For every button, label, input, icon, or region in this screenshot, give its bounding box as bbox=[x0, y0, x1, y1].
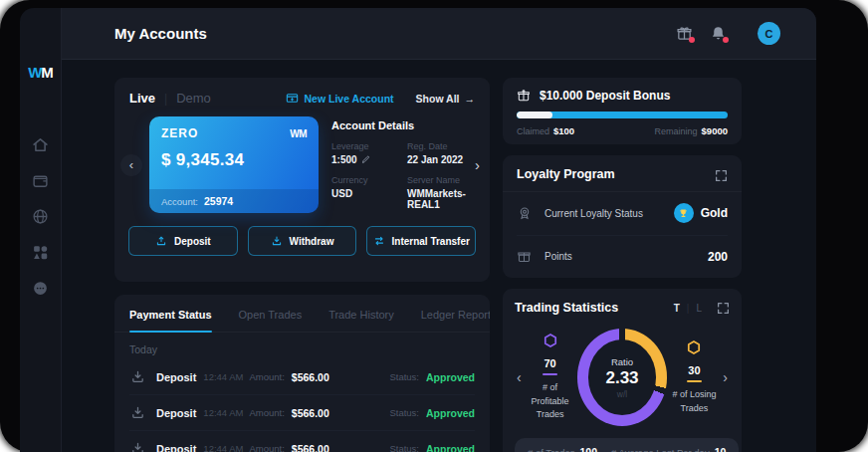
payment-time: 12:44 AM bbox=[203, 407, 243, 418]
page-title: My Accounts bbox=[114, 25, 207, 42]
remaining-label: Remaining bbox=[655, 126, 698, 136]
deposit-button[interactable]: Deposit bbox=[128, 226, 238, 256]
deposit-row-icon bbox=[129, 368, 146, 385]
profitable-trades-caption: # of Profitable Trades bbox=[524, 381, 577, 423]
account-card[interactable]: ZERO WM $ 9,345.34 Account: 25974 bbox=[149, 116, 319, 213]
sidebar: WM bbox=[20, 8, 62, 452]
ratio-value: 2.33 bbox=[605, 368, 638, 388]
hexagon-purple-icon bbox=[542, 335, 558, 351]
apps-icon[interactable] bbox=[32, 244, 49, 261]
losing-trades-stat: 30 # of Losing Trades bbox=[667, 339, 721, 416]
currency-field: Currency USD bbox=[331, 175, 393, 210]
gold-badge-icon bbox=[674, 203, 694, 223]
deposit-label: Deposit bbox=[174, 236, 211, 247]
reg-date-field: Reg. Date 22 Jan 2022 bbox=[407, 141, 471, 165]
gift-icon bbox=[517, 249, 533, 265]
accounts-panel: Live | Demo New Live Account Show All → … bbox=[114, 78, 490, 282]
loyalty-points-row: Points 200 bbox=[503, 236, 742, 279]
more-icon[interactable] bbox=[32, 280, 49, 297]
deposit-icon bbox=[155, 235, 167, 247]
toggle-divider: | bbox=[687, 303, 690, 314]
tab-ledger-report[interactable]: Ledger Report bbox=[421, 309, 490, 332]
tab-open-trades[interactable]: Open Trades bbox=[239, 309, 303, 332]
stats-next-button[interactable]: › bbox=[721, 369, 730, 385]
show-all-label: Show All bbox=[416, 93, 460, 105]
reg-date-value: 22 Jan 2022 bbox=[407, 154, 463, 165]
expand-icon[interactable] bbox=[717, 302, 730, 315]
payment-time: 12:44 AM bbox=[203, 443, 243, 452]
server-value: WMMarkets-REAL1 bbox=[407, 188, 471, 210]
payment-row: Deposit 12:44 AM Amount: $566.00 Status:… bbox=[114, 395, 490, 430]
tab-live[interactable]: Live bbox=[129, 91, 155, 106]
winloss-donut: Ratio 2.33 w/l bbox=[577, 329, 668, 426]
payment-tabs: Payment Status Open Trades Trade History… bbox=[114, 295, 490, 333]
group-label-today: Today bbox=[114, 333, 490, 359]
loyalty-panel: Loyalty Program Current Loyalty Status G… bbox=[503, 155, 742, 278]
medal-icon bbox=[517, 205, 533, 221]
accounts-panel-header: Live | Demo New Live Account Show All → bbox=[114, 78, 490, 114]
payment-type: Deposit bbox=[156, 407, 196, 419]
payment-type: Deposit bbox=[156, 443, 196, 452]
stats-prev-button[interactable]: ‹ bbox=[515, 369, 524, 385]
tab-payment-status[interactable]: Payment Status bbox=[129, 309, 212, 332]
stat-underline bbox=[687, 380, 702, 382]
reg-date-label: Reg. Date bbox=[407, 141, 471, 151]
amount-label: Amount: bbox=[249, 371, 284, 382]
trades-count-group: # of Trades100 bbox=[528, 446, 597, 452]
stats-footer-pill: # of Trades100 # Average Lost Per day10 bbox=[515, 438, 739, 452]
user-avatar[interactable]: C bbox=[758, 22, 780, 45]
trades-count-label: # of Trades bbox=[528, 447, 575, 452]
tab-trade-history[interactable]: Trade History bbox=[328, 309, 394, 332]
card-account-number: 25974 bbox=[204, 195, 233, 207]
arrow-right-icon: → bbox=[465, 93, 476, 105]
status-badge: Approved bbox=[426, 443, 475, 452]
brand-logo: WM bbox=[28, 64, 53, 81]
withdraw-button[interactable]: Withdraw bbox=[248, 226, 357, 256]
tab-demo[interactable]: Demo bbox=[176, 91, 211, 106]
expand-icon[interactable] bbox=[715, 168, 728, 181]
claimed-value: $100 bbox=[553, 125, 574, 136]
wallet-icon[interactable] bbox=[32, 172, 49, 189]
hexagon-yellow-icon bbox=[686, 341, 702, 358]
payment-type: Deposit bbox=[156, 371, 196, 383]
gift-icon bbox=[517, 89, 531, 103]
account-actions: Deposit Withdraw Internal Transfer bbox=[114, 213, 490, 256]
globe-icon[interactable] bbox=[32, 208, 49, 225]
deposit-bonus-panel: $10.000 Deposit Bonus Claimed$100 Remain… bbox=[503, 78, 742, 144]
amount-label: Amount: bbox=[249, 407, 284, 418]
server-field: Server Name WMMarkets-REAL1 bbox=[407, 175, 471, 210]
status-label: Status: bbox=[389, 371, 419, 382]
bell-notification-dot bbox=[723, 37, 729, 43]
new-live-account-button[interactable]: New Live Account bbox=[286, 92, 394, 105]
loyalty-status-value: Gold bbox=[701, 206, 728, 220]
home-icon[interactable] bbox=[32, 136, 49, 153]
bonus-progress-claimed bbox=[517, 112, 552, 118]
currency-value: USD bbox=[331, 188, 352, 199]
card-next-button[interactable]: › bbox=[475, 156, 480, 173]
points-value: 200 bbox=[708, 250, 728, 264]
show-all-button[interactable]: Show All → bbox=[416, 93, 475, 105]
bonus-title: $10.000 Deposit Bonus bbox=[540, 89, 670, 103]
trading-stats-panel: Trading Statistics T | L ‹ 70 # of Profi bbox=[503, 289, 742, 452]
new-live-account-label: New Live Account bbox=[305, 93, 394, 105]
toggle-trades[interactable]: T bbox=[674, 303, 680, 314]
toggle-lots[interactable]: L bbox=[696, 303, 702, 314]
transfer-icon bbox=[373, 235, 385, 247]
bell-icon[interactable] bbox=[710, 25, 727, 42]
account-details-title: Account Details bbox=[331, 119, 471, 131]
profitable-trades-stat: 70 # of Profitable Trades bbox=[524, 333, 577, 423]
edit-leverage-icon[interactable] bbox=[361, 155, 370, 164]
card-account-label: Account: bbox=[161, 196, 198, 207]
payment-row: Deposit 12:44 AM Amount: $566.00 Status:… bbox=[114, 431, 490, 452]
ratio-sub: w/l bbox=[617, 389, 627, 399]
status-badge: Approved bbox=[426, 371, 475, 383]
internal-transfer-button[interactable]: Internal Transfer bbox=[366, 226, 476, 256]
main-content: Live | Demo New Live Account Show All → … bbox=[62, 60, 816, 452]
topbar: My Accounts C bbox=[62, 8, 816, 60]
losing-trades-caption: # of Losing Trades bbox=[667, 388, 721, 416]
avg-lost-label: # Average Lost Per day bbox=[611, 447, 710, 452]
account-details: Account Details Leverage 1:500 Reg. Date… bbox=[331, 119, 471, 210]
loyalty-title: Loyalty Program bbox=[517, 167, 615, 181]
gift-icon[interactable] bbox=[676, 25, 693, 42]
card-prev-button[interactable]: ‹ bbox=[120, 154, 142, 176]
